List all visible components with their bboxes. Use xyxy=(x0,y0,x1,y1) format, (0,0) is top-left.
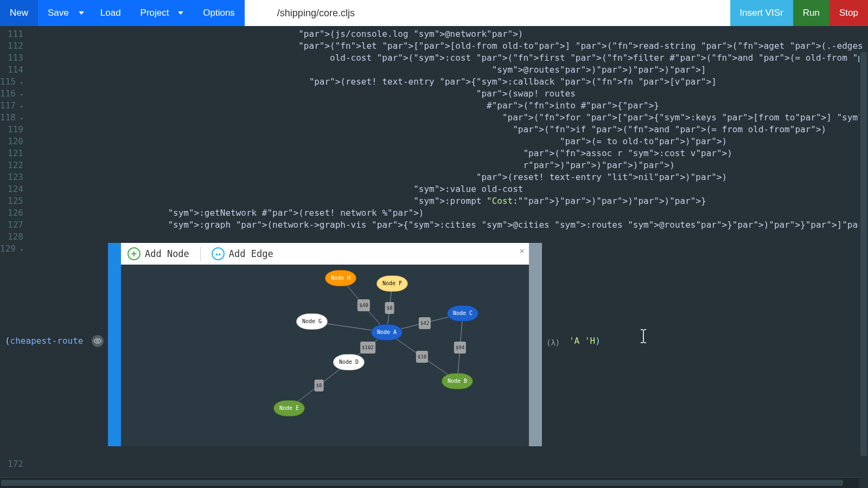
scrollbar-horizontal[interactable] xyxy=(0,477,859,488)
code-line[interactable]: #"par">("fn">into #"par">{"par">} xyxy=(32,100,868,112)
load-button[interactable]: Load xyxy=(91,0,131,26)
graph-node[interactable]: Node A xyxy=(371,324,403,341)
gutter-line: 125 xyxy=(0,195,23,207)
code-after-visr[interactable]: 'A 'H) xyxy=(569,335,601,347)
new-button[interactable]: New xyxy=(0,0,38,26)
graph-node[interactable]: Node G xyxy=(296,313,328,330)
graph-node[interactable]: Node B xyxy=(442,373,473,389)
gutter-line: 122 xyxy=(0,159,23,171)
code-line[interactable]: "par">("fn">assoc r "sym">:cost v"par">) xyxy=(32,147,868,159)
save-dropdown-caret[interactable] xyxy=(79,0,91,26)
gutter-line: 128 xyxy=(0,231,23,243)
gutter-line: 111 xyxy=(0,28,23,40)
topbar: New Save Load Project Options /shipping/… xyxy=(0,0,868,26)
gutter-line: 127 xyxy=(0,219,23,231)
code-line[interactable]: "par">(js/console.log "sym">@network"par… xyxy=(32,28,868,40)
caret-down-icon xyxy=(178,11,183,15)
gutter-line: 126 xyxy=(0,207,23,219)
project-label: Project xyxy=(141,8,169,18)
svg-point-0 xyxy=(97,340,99,342)
gutter-line: 113 xyxy=(0,52,23,64)
graph-node[interactable]: Node D xyxy=(333,354,365,370)
scrollbar-vertical[interactable] xyxy=(859,52,868,477)
code-line[interactable]: "par">(swap! routes xyxy=(32,88,868,100)
add-edge-button[interactable]: ↔Add Edge xyxy=(212,247,273,260)
gutter-line: 172 xyxy=(0,458,23,470)
save-label: Save xyxy=(48,8,69,18)
gutter: 111112113114115 ▾116 ▾117 ▾118 ▾11912012… xyxy=(0,26,27,488)
gutter-line: 115 ▾ xyxy=(0,76,23,88)
gutter-line: 112 xyxy=(0,40,23,52)
save-button[interactable]: Save xyxy=(38,0,79,26)
fold-marker-icon[interactable]: ▾ xyxy=(16,80,23,86)
code-line[interactable]: "par">(= to old-to"par">)"par">) xyxy=(32,136,868,147)
text-cursor-icon xyxy=(640,329,647,347)
add-node-label: Add Node xyxy=(145,248,189,260)
scrollbar-thumb[interactable] xyxy=(860,52,867,456)
code-line[interactable]: "sym">:prompt "Cost:""par">}"par">)"par"… xyxy=(32,195,868,207)
topbar-right: Insert VISr Run Stop xyxy=(730,0,868,26)
graph-node[interactable]: Node C xyxy=(447,305,478,322)
graph-node[interactable]: Node H xyxy=(325,270,356,286)
file-path: /shipping/core.cljs xyxy=(245,0,730,26)
gutter-line: 114 xyxy=(0,64,23,76)
gutter-line: 123 xyxy=(0,171,23,183)
add-edge-label: Add Edge xyxy=(229,248,273,260)
gutter-line: 119 xyxy=(0,124,23,136)
visr-right-handle[interactable] xyxy=(529,243,542,446)
add-node-button[interactable]: +Add Node xyxy=(127,247,189,260)
gutter-line: 117 ▾ xyxy=(0,100,23,112)
visr-toolbar: +Add Node↔Add Edge× xyxy=(121,243,529,265)
code-line[interactable]: "sym">@routes"par">)"par">)"par">)"par">… xyxy=(32,64,868,76)
code-line[interactable]: "sym">:value old-cost xyxy=(32,183,868,195)
graph-node[interactable]: Node F xyxy=(376,275,408,292)
code-line[interactable]: "par">(reset! text-entry "par">{"sym">:c… xyxy=(32,76,868,88)
code-line[interactable]: "sym">:getNetwork #"par">(reset! network… xyxy=(32,207,868,219)
gutter-line: 120 xyxy=(0,136,23,147)
link-circle-icon: ↔ xyxy=(212,247,225,260)
code-line[interactable]: "par">(reset! text-entry "lit">nil"par">… xyxy=(32,171,868,183)
run-button[interactable]: Run xyxy=(793,0,829,26)
fold-marker-icon[interactable]: ▾ xyxy=(16,92,23,98)
code-line[interactable]: "par">("fn">for "par">["par">{"sym">:key… xyxy=(32,112,868,124)
stop-button[interactable]: Stop xyxy=(829,0,868,26)
visr-left-handle[interactable] xyxy=(108,243,121,446)
code-line[interactable]: "par">("fn">let "par">["par">[old-from o… xyxy=(32,40,868,52)
insert-visr-button[interactable]: Insert VISr xyxy=(730,0,793,26)
gutter-line: 129 ▾ xyxy=(0,243,23,255)
close-icon[interactable]: × xyxy=(519,245,525,257)
scrollbar-thumb[interactable] xyxy=(1,480,843,486)
graph-canvas[interactable]: $40$8$42$102$10$94$8Node HNode FNode CNo… xyxy=(121,265,529,446)
plus-circle-icon: + xyxy=(127,247,141,260)
fold-marker-icon[interactable]: ▾ xyxy=(16,115,23,121)
lambda-badge[interactable]: (λ) xyxy=(546,337,560,349)
code-line[interactable]: r"par">)"par">)"par">)"par">) xyxy=(32,159,868,171)
gutter-line: 121 xyxy=(0,147,23,159)
caret-down-icon xyxy=(79,11,84,15)
topbar-left: New Save Load Project Options xyxy=(0,0,245,26)
code-line[interactable]: "par">("fn">if "par">("fn">and "par">(= … xyxy=(32,124,868,136)
fold-marker-icon[interactable]: ▾ xyxy=(16,247,23,253)
code-area[interactable]: "par">(js/console.log "sym">@network"par… xyxy=(27,26,868,488)
options-button[interactable]: Options xyxy=(193,0,245,26)
code-line[interactable]: "sym">:graph "par">(network->graph-vis "… xyxy=(32,219,868,231)
code-line[interactable] xyxy=(32,231,868,243)
toolbar-separator xyxy=(200,247,201,261)
gutter-line: 116 ▾ xyxy=(0,88,23,100)
visr-body: +Add Node↔Add Edge×$40$8$42$102$10$94$8N… xyxy=(121,243,529,446)
svg-line-6 xyxy=(387,332,457,381)
graph-edges xyxy=(121,265,529,446)
code-before-visr[interactable]: (cheapest-route xyxy=(0,335,88,347)
gutter-line: 124 xyxy=(0,183,23,195)
project-button[interactable]: Project xyxy=(131,0,194,26)
gutter-line: 118 ▾ xyxy=(0,112,23,124)
editor[interactable]: 111112113114115 ▾116 ▾117 ▾118 ▾11912012… xyxy=(0,26,868,488)
code-line[interactable]: old-cost "par">("sym">:cost "par">("fn">… xyxy=(32,52,868,64)
eye-icon[interactable] xyxy=(92,335,104,347)
visr-panel: +Add Node↔Add Edge×$40$8$42$102$10$94$8N… xyxy=(108,243,542,446)
fold-marker-icon[interactable]: ▾ xyxy=(16,104,23,110)
graph-node[interactable]: Node E xyxy=(273,400,305,416)
svg-line-7 xyxy=(457,313,463,381)
